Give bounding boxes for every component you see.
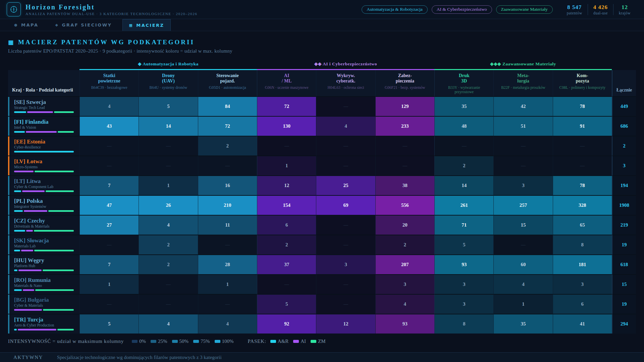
country-cell[interactable]: [HU] WęgryPlatform Hub — [8, 254, 79, 274]
matrix-cell[interactable]: — — [139, 294, 198, 314]
matrix-cell[interactable]: — — [553, 136, 612, 156]
matrix-cell[interactable]: 3 — [553, 274, 612, 294]
matrix-cell[interactable]: 154 — [257, 195, 316, 215]
matrix-cell[interactable]: 35 — [493, 314, 552, 334]
matrix-cell[interactable]: 60 — [493, 254, 552, 274]
matrix-cell[interactable]: — — [316, 96, 375, 116]
category-badge[interactable]: Automatyzacja & Robotyzacja — [362, 5, 427, 14]
matrix-cell[interactable]: — — [375, 136, 434, 156]
country-cell[interactable]: [TR] TurcjaAero & Cyber Production — [8, 314, 79, 334]
matrix-cell[interactable]: 7 — [79, 175, 139, 195]
matrix-cell[interactable]: 2 — [139, 235, 198, 254]
matrix-cell[interactable]: 8 — [434, 314, 493, 334]
country-cell[interactable]: [PL] PolskaIntegrator Systemów — [8, 195, 79, 215]
matrix-cell[interactable]: 1 — [139, 175, 198, 195]
matrix-cell[interactable]: 42 — [493, 96, 552, 116]
matrix-cell[interactable]: 93 — [375, 314, 434, 334]
tab-mapa[interactable]: ●MAPA — [8, 19, 45, 31]
matrix-cell[interactable]: 5 — [434, 235, 493, 254]
matrix-cell[interactable]: — — [493, 156, 552, 175]
matrix-cell[interactable]: — — [316, 294, 375, 314]
matrix-cell[interactable]: — — [316, 235, 375, 254]
matrix-cell[interactable]: 72 — [198, 116, 257, 136]
matrix-cell[interactable]: — — [493, 136, 552, 156]
country-cell[interactable]: [LV] ŁotwaMicro-Systems — [8, 156, 79, 175]
matrix-cell[interactable]: 91 — [553, 116, 612, 136]
matrix-cell[interactable]: 8 — [553, 235, 612, 254]
matrix-cell[interactable]: — — [316, 215, 375, 235]
matrix-cell[interactable]: 25 — [316, 175, 375, 195]
matrix-cell[interactable]: 2 — [257, 235, 316, 254]
matrix-cell[interactable]: — — [434, 136, 493, 156]
matrix-cell[interactable]: 1 — [79, 274, 139, 294]
country-cell[interactable]: [SK] SłowacjaMaterials Lab — [8, 235, 79, 254]
country-cell[interactable]: [RO] RumuniaMaterials & Nano — [8, 274, 79, 294]
matrix-cell[interactable]: 5 — [257, 294, 316, 314]
matrix-cell[interactable]: — — [79, 235, 139, 254]
matrix-cell[interactable]: 6 — [257, 215, 316, 235]
matrix-cell[interactable]: 4 — [79, 96, 139, 116]
country-cell[interactable]: [LT] LitwaCyber & Component Lab — [8, 175, 79, 195]
country-cell[interactable]: [EE] EstoniaCyber-Resilience — [8, 136, 79, 156]
matrix-cell[interactable]: 71 — [434, 215, 493, 235]
matrix-cell[interactable]: 69 — [316, 195, 375, 215]
matrix-cell[interactable]: 3 — [434, 274, 493, 294]
matrix-cell[interactable]: 129 — [375, 96, 434, 116]
matrix-cell[interactable]: 78 — [553, 96, 612, 116]
tab-graf-sieciowy[interactable]: ◆GRAF SIECIOWY — [49, 19, 118, 31]
matrix-cell[interactable]: 5 — [139, 96, 198, 116]
country-cell[interactable]: [FI] FinlandiaIntel & Vision — [8, 116, 79, 136]
matrix-cell[interactable]: 7 — [79, 254, 139, 274]
matrix-cell[interactable]: 4 — [493, 274, 552, 294]
matrix-cell[interactable]: 257 — [493, 195, 552, 215]
matrix-cell[interactable]: 38 — [375, 175, 434, 195]
matrix-cell[interactable]: 556 — [375, 195, 434, 215]
country-cell[interactable]: [CZ] CzechyDrivetrain & Materials — [8, 215, 79, 235]
matrix-cell[interactable]: — — [257, 136, 316, 156]
matrix-cell[interactable]: — — [316, 136, 375, 156]
matrix-cell[interactable]: 261 — [434, 195, 493, 215]
matrix-cell[interactable]: 27 — [79, 215, 139, 235]
matrix-cell[interactable]: 1 — [493, 294, 552, 314]
matrix-cell[interactable]: 233 — [375, 116, 434, 136]
matrix-cell[interactable]: 15 — [493, 215, 552, 235]
matrix-cell[interactable]: — — [79, 156, 139, 175]
matrix-cell[interactable]: — — [79, 136, 139, 156]
matrix-cell[interactable]: 130 — [257, 116, 316, 136]
matrix-cell[interactable]: 11 — [198, 215, 257, 235]
matrix-cell[interactable]: 4 — [316, 116, 375, 136]
matrix-cell[interactable]: 4 — [139, 215, 198, 235]
matrix-cell[interactable]: 2 — [375, 235, 434, 254]
matrix-cell[interactable]: 4 — [198, 314, 257, 334]
matrix-cell[interactable]: 26 — [139, 195, 198, 215]
matrix-cell[interactable]: 4 — [139, 314, 198, 334]
tab-macierz[interactable]: ▦MACIERZ — [122, 19, 170, 31]
matrix-cell[interactable]: 65 — [553, 215, 612, 235]
matrix-cell[interactable]: — — [198, 294, 257, 314]
matrix-cell[interactable]: — — [139, 136, 198, 156]
matrix-cell[interactable]: 2 — [139, 254, 198, 274]
matrix-cell[interactable]: 51 — [493, 116, 552, 136]
country-cell[interactable]: [BG] BułgariaCyber & Materials — [8, 294, 79, 314]
matrix-cell[interactable]: 37 — [257, 254, 316, 274]
matrix-cell[interactable]: 181 — [553, 254, 612, 274]
matrix-cell[interactable]: — — [493, 235, 552, 254]
matrix-cell[interactable]: 6 — [553, 294, 612, 314]
matrix-cell[interactable]: 12 — [316, 314, 375, 334]
matrix-cell[interactable]: 48 — [434, 116, 493, 136]
matrix-cell[interactable]: 41 — [553, 314, 612, 334]
category-badge[interactable]: Zaawansowane Materiały — [496, 5, 553, 14]
matrix-cell[interactable]: — — [257, 274, 316, 294]
matrix-cell[interactable]: 3 — [434, 294, 493, 314]
matrix-cell[interactable]: 2 — [434, 156, 493, 175]
matrix-cell[interactable]: 5 — [79, 314, 139, 334]
matrix-cell[interactable]: 2 — [198, 136, 257, 156]
matrix-cell[interactable]: — — [198, 156, 257, 175]
matrix-cell[interactable]: — — [79, 294, 139, 314]
matrix-cell[interactable]: 78 — [553, 175, 612, 195]
matrix-cell[interactable]: 20 — [375, 215, 434, 235]
matrix-cell[interactable]: 207 — [375, 254, 434, 274]
matrix-cell[interactable]: 12 — [257, 175, 316, 195]
matrix-cell[interactable]: 14 — [139, 116, 198, 136]
matrix-cell[interactable]: 16 — [198, 175, 257, 195]
